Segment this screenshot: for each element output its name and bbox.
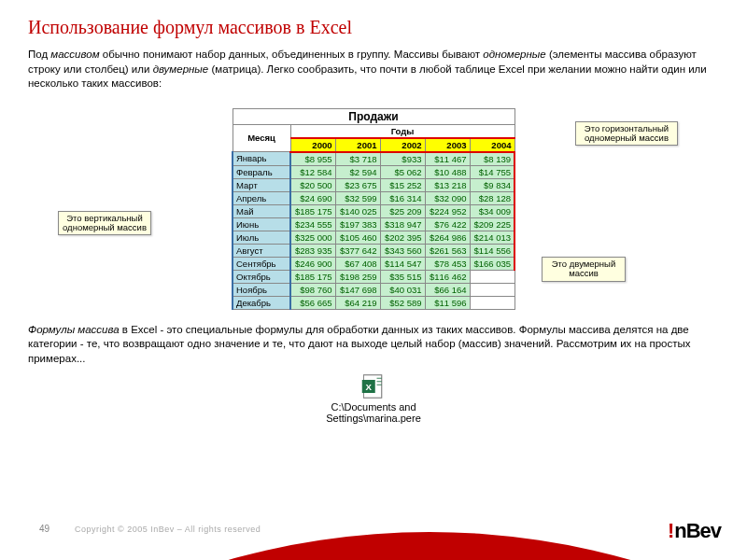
table-year-cell: 2000 bbox=[290, 138, 335, 152]
value-cell: $32 090 bbox=[425, 191, 470, 204]
value-cell: $9 834 bbox=[470, 178, 514, 191]
text-fragment: обычно понимают набор данных, объединенн… bbox=[100, 49, 484, 60]
month-cell: Июль bbox=[233, 231, 290, 244]
month-cell: Декабрь bbox=[233, 296, 290, 309]
value-cell: $140 025 bbox=[335, 204, 380, 217]
table-row: Февраль$12 584$2 594$5 062$10 488$14 755 bbox=[233, 165, 514, 178]
value-cell: $283 935 bbox=[290, 244, 335, 257]
value-cell: $5 062 bbox=[380, 165, 425, 178]
table-row: Январь$8 955$3 718$933$11 467$8 139 bbox=[233, 152, 514, 166]
value-cell: $12 584 bbox=[290, 165, 335, 178]
value-cell: $34 009 bbox=[470, 204, 514, 217]
table-row: Март$20 500$23 675$15 252$13 218$9 834 bbox=[233, 178, 514, 191]
value-cell: $197 383 bbox=[335, 217, 380, 231]
table-row: Июль$325 000$105 460$202 395$264 986$214… bbox=[233, 231, 514, 244]
table-year-cell: 2003 bbox=[425, 138, 470, 152]
value-cell: $114 547 bbox=[380, 257, 425, 270]
table-row: Декабрь$56 665$64 219$52 589$11 596 bbox=[233, 296, 514, 309]
value-cell: $64 219 bbox=[335, 296, 380, 309]
value-cell: $76 422 bbox=[425, 217, 470, 231]
value-cell: $28 128 bbox=[470, 191, 514, 204]
value-cell: $234 555 bbox=[290, 217, 335, 231]
month-cell: Июнь bbox=[233, 217, 290, 231]
value-cell: $8 955 bbox=[290, 152, 335, 166]
table-month-header: Месяц bbox=[233, 124, 290, 152]
value-cell: $202 395 bbox=[380, 231, 425, 244]
value-cell: $214 013 bbox=[470, 231, 514, 244]
footer-swoosh bbox=[0, 532, 747, 560]
value-cell: $209 225 bbox=[470, 217, 514, 231]
value-cell: $377 642 bbox=[335, 244, 380, 257]
text-em: двумерные bbox=[153, 63, 209, 75]
copyright-text: Copyright © 2005 InBev – All rights rese… bbox=[75, 525, 261, 534]
value-cell: $67 408 bbox=[335, 257, 380, 270]
month-cell: Май bbox=[233, 204, 290, 217]
value-cell: $105 460 bbox=[335, 231, 380, 244]
table-title: Продажи bbox=[233, 108, 514, 124]
value-cell: $325 000 bbox=[290, 231, 335, 244]
value-cell: $147 698 bbox=[335, 283, 380, 296]
embedded-file[interactable]: X C:\Documents and Settings\marina.pere bbox=[28, 373, 719, 424]
inbev-logo: !nBev bbox=[669, 519, 721, 543]
value-cell: $32 599 bbox=[335, 191, 380, 204]
example-table-container: Это горизонтальный одномерный массив Это… bbox=[75, 108, 672, 310]
callout-horizontal-array: Это горизонтальный одномерный массив bbox=[575, 121, 678, 147]
slide-footer: 49 Copyright © 2005 InBev – All rights r… bbox=[0, 504, 747, 560]
value-cell: $15 252 bbox=[380, 178, 425, 191]
table-year-cell: 2004 bbox=[470, 138, 514, 152]
value-cell: $166 035 bbox=[470, 257, 514, 270]
value-cell: $16 314 bbox=[380, 191, 425, 204]
callout-2d-array: Это двумерный массив bbox=[542, 257, 626, 282]
table-year-cell: 2001 bbox=[335, 138, 380, 152]
month-cell: Январь bbox=[233, 152, 290, 166]
month-cell: Апрель bbox=[233, 191, 290, 204]
value-cell: $20 500 bbox=[290, 178, 335, 191]
value-cell: $185 175 bbox=[290, 270, 335, 283]
value-cell: $24 690 bbox=[290, 191, 335, 204]
value-cell: $224 952 bbox=[425, 204, 470, 217]
text-em: одномерные bbox=[483, 49, 545, 60]
intro-paragraph: Под массивом обычно понимают набор данны… bbox=[28, 48, 719, 91]
value-cell: $40 031 bbox=[380, 283, 425, 296]
table-row: Ноябрь$98 760$147 698$40 031$66 164 bbox=[233, 283, 514, 296]
value-cell: $8 139 bbox=[470, 152, 514, 166]
month-cell: Сентябрь bbox=[233, 257, 290, 270]
table-row: Июнь$234 555$197 383$318 947$76 422$209 … bbox=[233, 217, 514, 231]
value-cell: $66 164 bbox=[425, 283, 470, 296]
svg-text:X: X bbox=[366, 382, 373, 392]
value-cell: $35 515 bbox=[380, 270, 425, 283]
page-number: 49 bbox=[39, 524, 49, 534]
table-row: Сентябрь$246 900$67 408$114 547$78 453$1… bbox=[233, 257, 514, 270]
value-cell: $343 560 bbox=[380, 244, 425, 257]
month-cell: Март bbox=[233, 178, 290, 191]
value-cell bbox=[470, 296, 514, 309]
value-cell: $318 947 bbox=[380, 217, 425, 231]
value-cell: $246 900 bbox=[290, 257, 335, 270]
text-fragment: Под bbox=[28, 49, 50, 60]
value-cell: $114 556 bbox=[470, 244, 514, 257]
table-row: Октябрь$185 175$198 259$35 515$116 462 bbox=[233, 270, 514, 283]
month-cell: Август bbox=[233, 244, 290, 257]
month-cell: Ноябрь bbox=[233, 283, 290, 296]
month-cell: Октябрь bbox=[233, 270, 290, 283]
file-path-line: Settings\marina.pere bbox=[28, 413, 719, 424]
table-row: Апрель$24 690$32 599$16 314$32 090$28 12… bbox=[233, 191, 514, 204]
table-years-label: Годы bbox=[290, 124, 514, 138]
logo-text: nBev bbox=[674, 519, 721, 542]
value-cell: $56 665 bbox=[290, 296, 335, 309]
value-cell bbox=[470, 283, 514, 296]
table-row: Май$185 175$140 025$25 209$224 952$34 00… bbox=[233, 204, 514, 217]
value-cell: $198 259 bbox=[335, 270, 380, 283]
text-em: Формулы массива bbox=[28, 324, 120, 335]
slide-title: Использование формул массивов в Excel bbox=[28, 17, 719, 38]
value-cell: $11 467 bbox=[425, 152, 470, 166]
value-cell: $11 596 bbox=[425, 296, 470, 309]
month-cell: Февраль bbox=[233, 165, 290, 178]
value-cell: $98 760 bbox=[290, 283, 335, 296]
logo-exclaim-icon: ! bbox=[669, 519, 674, 543]
callout-vertical-array: Это вертикальный одномерный массив bbox=[58, 211, 151, 236]
value-cell: $78 453 bbox=[425, 257, 470, 270]
outro-paragraph: Формулы массива в Excel - это специальны… bbox=[28, 323, 719, 367]
excel-file-icon: X bbox=[360, 373, 387, 399]
value-cell: $116 462 bbox=[425, 270, 470, 283]
